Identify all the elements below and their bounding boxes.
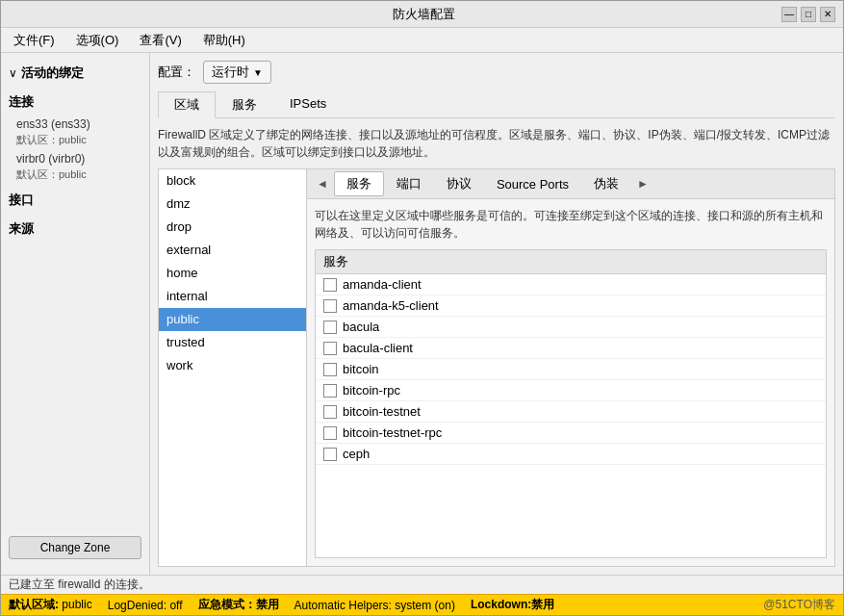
service-label-bitcoin-testnet: bitcoin-testnet <box>343 404 421 419</box>
services-content: 可以在这里定义区域中哪些服务是可信的。可连接至绑定到这个区域的连接、接口和源的所… <box>307 199 834 566</box>
inner-tab-masquerade[interactable]: 伪装 <box>581 171 631 196</box>
service-checkbox-amanda-client[interactable] <box>323 278 337 292</box>
bottom-bar: 默认区域: public LogDenied: off 应急模式：禁用 Auto… <box>1 594 843 615</box>
tab-services[interactable]: 服务 <box>216 91 273 117</box>
sidebar-group-connections: 连接 <box>1 90 149 115</box>
zone-block[interactable]: block <box>159 169 306 192</box>
log-denied: LogDenied: off <box>108 599 183 612</box>
active-binding-arrow: ∨ <box>9 66 17 80</box>
sidebar-connection-virbr0: virbr0 (virbr0) 默认区：public <box>1 149 149 184</box>
window-controls: — □ ✕ <box>781 7 835 22</box>
service-label-bitcoin: bitcoin <box>343 362 379 376</box>
change-zone-button[interactable]: Change Zone <box>9 536 141 559</box>
maximize-button[interactable]: □ <box>801 7 816 22</box>
services-list[interactable]: amanda-client amanda-k5-client bacula <box>315 273 827 558</box>
service-checkbox-bitcoin-testnet[interactable] <box>323 405 337 419</box>
service-bacula: bacula <box>316 317 826 338</box>
inner-tab-services[interactable]: 服务 <box>334 171 384 196</box>
menu-view[interactable]: 查看(V) <box>131 29 190 52</box>
zone-drop[interactable]: drop <box>159 216 306 239</box>
service-label-bacula: bacula <box>343 320 379 334</box>
inner-tab-next[interactable]: ► <box>631 175 654 192</box>
title-bar: 防火墙配置 — □ ✕ <box>1 1 843 28</box>
config-dropdown[interactable]: 运行时 ▼ <box>203 61 271 84</box>
config-bar: 配置： 运行时 ▼ <box>158 61 835 84</box>
service-bitcoin-testnet-rpc: bitcoin-testnet-rpc <box>316 423 826 444</box>
service-checkbox-bacula-client[interactable] <box>323 342 337 355</box>
zones-description: FirewallD 区域定义了绑定的网络连接、接口以及源地址的可信程度。区域是服… <box>158 126 835 161</box>
services-table-header: 服务 <box>315 249 827 273</box>
inner-tab-bar: ◄ 服务 端口 协议 Source Ports 伪装 ► <box>307 169 834 199</box>
tab-zones[interactable]: 区域 <box>158 91 216 118</box>
status-message: 已建立至 firewalld 的连接。 <box>9 577 150 593</box>
status-bar: 已建立至 firewalld 的连接。 <box>1 575 843 594</box>
service-ceph: ceph <box>316 444 826 465</box>
sidebar-group-sources: 来源 <box>1 217 149 242</box>
main-panel: 配置： 运行时 ▼ 区域 服务 IPSets FirewallD 区域定义了绑定… <box>150 53 843 575</box>
service-bitcoin-testnet: bitcoin-testnet <box>316 401 826 423</box>
lockdown: Lockdown:禁用 <box>471 597 554 613</box>
inner-tab-source-ports[interactable]: Source Ports <box>484 173 581 195</box>
service-checkbox-bitcoin[interactable] <box>323 363 337 376</box>
inner-tab-prev[interactable]: ◄ <box>311 175 334 192</box>
sidebar-active-binding: ∨ 活动的绑定 <box>1 61 149 86</box>
menu-file[interactable]: 文件(F) <box>5 29 64 52</box>
zone-list[interactable]: block dmz drop external home internal pu… <box>158 168 307 567</box>
sidebar: ∨ 活动的绑定 连接 ens33 (ens33) 默认区：public virb… <box>1 53 150 575</box>
zone-dmz[interactable]: dmz <box>159 192 306 216</box>
zone-internal[interactable]: internal <box>159 285 306 308</box>
service-checkbox-bacula[interactable] <box>323 321 337 334</box>
zone-home[interactable]: home <box>159 262 306 285</box>
service-bitcoin-rpc: bitcoin-rpc <box>316 380 826 401</box>
service-checkbox-ceph[interactable] <box>323 448 337 461</box>
service-label-amanda-k5-client: amanda-k5-client <box>343 298 439 313</box>
service-amanda-client: amanda-client <box>316 274 826 295</box>
close-button[interactable]: ✕ <box>820 7 835 22</box>
services-description: 可以在这里定义区域中哪些服务是可信的。可连接至绑定到这个区域的连接、接口和源的所… <box>315 207 827 242</box>
emergency-mode: 应急模式：禁用 <box>198 597 279 613</box>
service-bacula-client: bacula-client <box>316 338 826 359</box>
right-panel: ◄ 服务 端口 协议 Source Ports 伪装 ► 可以在这里定义区域中哪… <box>307 168 835 567</box>
service-amanda-k5-client: amanda-k5-client <box>316 295 826 317</box>
config-label: 配置： <box>158 64 195 81</box>
menu-options[interactable]: 选项(O) <box>67 29 128 52</box>
split-panel: block dmz drop external home internal pu… <box>158 168 835 567</box>
service-label-amanda-client: amanda-client <box>343 277 422 292</box>
menu-help[interactable]: 帮助(H) <box>194 29 254 52</box>
minimize-button[interactable]: — <box>781 7 797 22</box>
sidebar-active-binding-label: 活动的绑定 <box>21 64 84 82</box>
service-label-bitcoin-testnet-rpc: bitcoin-testnet-rpc <box>343 425 442 440</box>
sidebar-bottom: Change Zone <box>1 528 149 567</box>
menu-bar: 文件(F) 选项(O) 查看(V) 帮助(H) <box>1 28 843 53</box>
service-label-bacula-client: bacula-client <box>343 341 413 355</box>
service-checkbox-bitcoin-rpc[interactable] <box>323 384 337 398</box>
service-label-ceph: ceph <box>343 447 370 461</box>
zone-trusted[interactable]: trusted <box>159 331 306 354</box>
branding: @51CTO博客 <box>763 597 835 613</box>
tab-ipsets[interactable]: IPSets <box>273 91 343 117</box>
zone-external[interactable]: external <box>159 239 306 262</box>
main-window: 防火墙配置 — □ ✕ 文件(F) 选项(O) 查看(V) 帮助(H) ∨ 活动… <box>0 0 844 616</box>
inner-tab-protocols[interactable]: 协议 <box>434 171 484 196</box>
inner-tab-ports[interactable]: 端口 <box>384 171 434 196</box>
default-zone-label: 默认区域: public <box>9 597 92 613</box>
zone-work[interactable]: work <box>159 354 306 377</box>
main-tab-bar: 区域 服务 IPSets <box>158 91 835 118</box>
service-bitcoin: bitcoin <box>316 359 826 380</box>
window-title: 防火墙配置 <box>66 6 781 23</box>
zone-public[interactable]: public <box>159 308 306 331</box>
service-label-bitcoin-rpc: bitcoin-rpc <box>343 383 400 398</box>
service-checkbox-amanda-k5-client[interactable] <box>323 299 337 313</box>
service-checkbox-bitcoin-testnet-rpc[interactable] <box>323 426 337 440</box>
sidebar-connection-ens33: ens33 (ens33) 默认区：public <box>1 115 149 149</box>
content-area: ∨ 活动的绑定 连接 ens33 (ens33) 默认区：public virb… <box>1 53 843 575</box>
auto-helpers: Automatic Helpers: system (on) <box>294 599 455 612</box>
sidebar-group-interfaces: 接口 <box>1 188 149 213</box>
